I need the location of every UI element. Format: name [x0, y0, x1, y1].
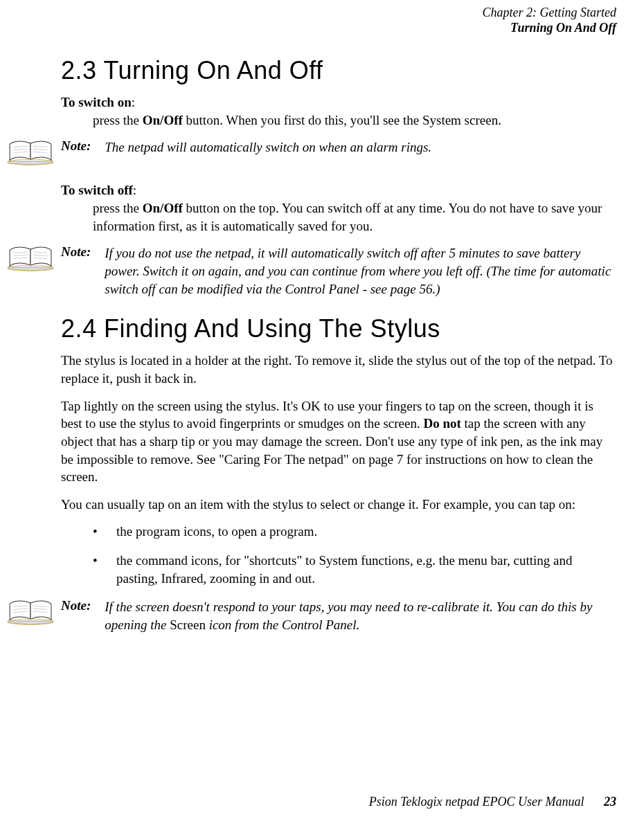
footer-page-number: 23 [604, 795, 616, 809]
book-icon [7, 244, 57, 278]
heading-2-3: 2.3 Turning On And Off [61, 56, 616, 85]
page-header: Chapter 2: Getting Started Turning On An… [0, 0, 644, 35]
note-2: Note: If you do not use the netpad, it w… [7, 244, 616, 298]
stylus-p1: The stylus is located in a holder at the… [61, 352, 616, 387]
switch-off-pre: press the [93, 201, 143, 215]
stylus-p2b: Do not [423, 416, 460, 431]
book-icon [7, 598, 57, 631]
page-footer: Psion Teklogix netpad EPOC User Manual 2… [369, 795, 616, 809]
list-item: the command icons, for "shortcuts" to Sy… [93, 552, 616, 587]
header-chapter: Chapter 2: Getting Started [0, 6, 616, 21]
note-3: Note: If the screen doesn't respond to y… [7, 598, 616, 633]
note-3-text: If the screen doesn't respond to your ta… [105, 598, 616, 633]
switch-off-bold: On/Off [143, 201, 183, 215]
switch-on-colon: : [132, 95, 135, 109]
note-1: Note: The netpad will automatically swit… [7, 138, 616, 172]
bullet-list: the program icons, to open a program. th… [61, 523, 616, 587]
note-1-text: The netpad will automatically switch on … [105, 138, 431, 156]
switch-off-label: To switch off [61, 183, 133, 197]
switch-off-colon: : [133, 183, 136, 197]
note-3-b: Screen [170, 617, 206, 632]
switch-on-pre: press the [93, 113, 143, 127]
header-section: Turning On And Off [0, 21, 616, 36]
stylus-p3: You can usually tap on an item with the … [61, 496, 616, 514]
switch-on-label: To switch on [61, 95, 132, 109]
note-1-label: Note: [61, 138, 105, 154]
note-2-label: Note: [61, 244, 105, 260]
heading-2-4: 2.4 Finding And Using The Stylus [61, 314, 616, 343]
footer-title: Psion Teklogix netpad EPOC User Manual [369, 795, 601, 809]
book-icon [7, 138, 57, 172]
switch-on-intro: To switch on: press the On/Off button. W… [61, 93, 616, 129]
list-item: the program icons, to open a program. [93, 523, 616, 541]
note-2-text: If you do not use the netpad, it will au… [105, 244, 616, 298]
page-content: 2.3 Turning On And Off To switch on: pre… [0, 35, 644, 633]
switch-on-post: button. When you first do this, you'll s… [183, 113, 501, 127]
switch-off-intro: To switch off: press the On/Off button o… [61, 181, 616, 235]
note-3-label: Note: [61, 598, 105, 613]
stylus-p2: Tap lightly on the screen using the styl… [61, 397, 616, 486]
switch-on-bold: On/Off [143, 113, 183, 127]
note-3-c: icon from the Control Panel. [206, 617, 359, 632]
